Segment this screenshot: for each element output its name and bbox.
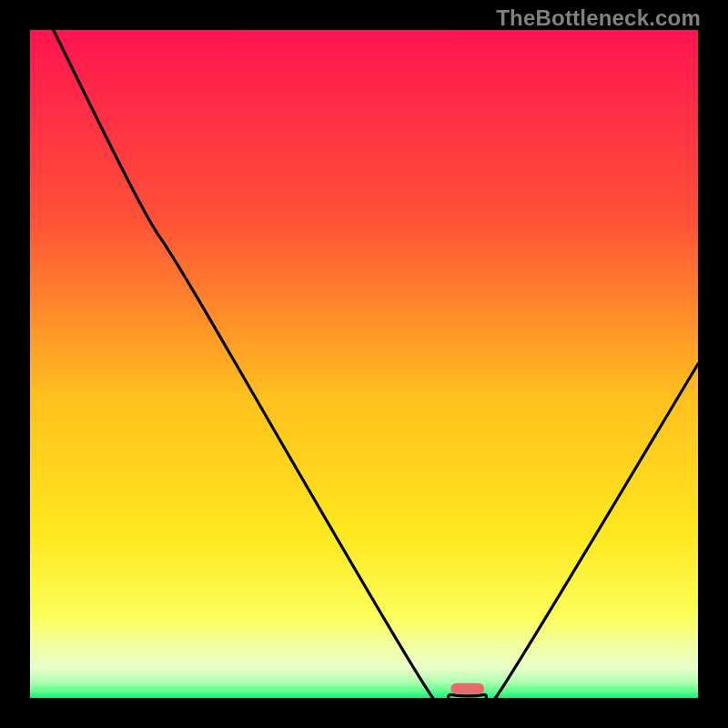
chart-container: TheBottleneck.com (0, 0, 728, 728)
watermark-text: TheBottleneck.com (496, 5, 701, 31)
chart-background-gradient (30, 30, 698, 698)
svg-rect-0 (30, 30, 698, 698)
